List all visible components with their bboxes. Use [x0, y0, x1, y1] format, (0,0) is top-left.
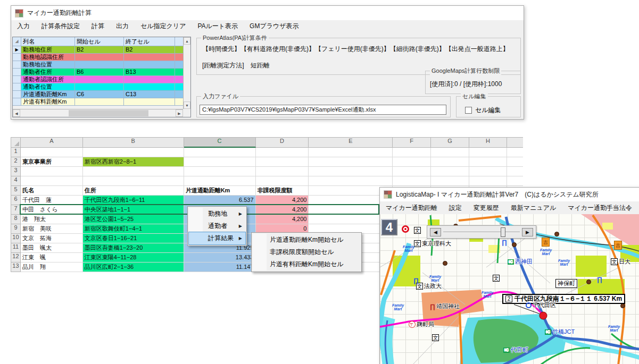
employee-name-cell[interactable]: 中田 さくら	[21, 205, 83, 215]
grid-horizontal-scrollbar[interactable]: ◀ ▶	[13, 109, 183, 117]
context-menu-item-workplace[interactable]: 勤務地 ▶	[189, 208, 245, 220]
submenu-item-distance-start-cell[interactable]: 片道通勤距離Km開始セル	[253, 234, 360, 246]
context-menu-item-results[interactable]: 計算結果 ▶	[189, 232, 245, 244]
grid-row-commuter-recognized[interactable]: 通勤者認識住所	[13, 76, 190, 83]
grid-cell-name[interactable]: 片道有料距離Km	[21, 98, 75, 106]
menu-clear-cells[interactable]: セル指定クリア	[135, 22, 192, 31]
grid-row-work-recognized[interactable]: 勤務地認識住所	[13, 54, 190, 61]
employee-address-cell[interactable]: 墨田区吾妻橋1−23−20	[83, 243, 184, 253]
header-limit-cell[interactable]: 非課税限度額	[256, 186, 309, 196]
grid-row-work-address[interactable]: ▶ 勤務地住所 B2 B2	[13, 46, 190, 54]
limit-cell[interactable]: 4,200	[256, 205, 309, 215]
slider-handle[interactable]	[501, 227, 505, 237]
row-header[interactable]: 4	[11, 176, 21, 186]
grid-cell-start[interactable]	[75, 98, 124, 106]
grid-cell-end[interactable]	[124, 54, 175, 61]
col-header-A[interactable]: A	[21, 138, 83, 148]
grid-cell-start[interactable]	[75, 76, 124, 83]
employee-name-cell[interactable]: 品川 翔	[21, 263, 83, 272]
row-header[interactable]: 11	[11, 243, 21, 253]
menu-gm-browser[interactable]: GMブラウザ表示	[244, 22, 304, 31]
select-all-corner[interactable]	[11, 138, 21, 148]
col-header-F[interactable]: F	[393, 138, 431, 148]
employee-address-cell[interactable]: 中央区築地1−1−1	[83, 205, 184, 215]
employee-name-cell[interactable]: 墨田 颯太	[21, 243, 83, 253]
employee-name-cell[interactable]: 千代田 蓮	[21, 196, 83, 205]
row-header[interactable]: 1	[11, 148, 21, 157]
slider-track[interactable]	[443, 232, 520, 233]
grid-cell-end[interactable]	[124, 76, 175, 83]
row-header[interactable]: 12	[11, 253, 21, 263]
map-menu-commute[interactable]: マイカー通勤距離	[380, 204, 443, 213]
employee-name-cell[interactable]: 新宿 美咲	[21, 224, 83, 234]
employee-address-cell[interactable]: 江東区東陽4−11−28	[83, 253, 184, 263]
distance-cell[interactable]: 11.147	[184, 263, 256, 272]
grid-cell-name[interactable]: 通勤者認識住所	[21, 76, 75, 83]
grid-col-name[interactable]: 列名	[21, 37, 75, 46]
row-header[interactable]: 5	[11, 186, 21, 196]
zoom-level-tile[interactable]: 4	[381, 219, 397, 235]
grid-row-work-position[interactable]: 勤務地位置	[13, 61, 190, 69]
col-header-C-selected[interactable]: C	[184, 138, 256, 148]
col-header-H[interactable]: H	[469, 138, 507, 148]
row-header[interactable]: 9	[11, 224, 21, 234]
office-address-cell[interactable]: 新宿区西新宿2−8−1	[83, 157, 184, 167]
menu-input[interactable]: 入力	[11, 22, 36, 31]
row-header[interactable]: 7	[11, 205, 21, 215]
grid-col-start[interactable]: 開始セル	[75, 37, 124, 46]
header-distance-cell[interactable]: 片道通勤距離Km	[184, 186, 256, 196]
grid-cell-name[interactable]: 片道通勤距離Km	[21, 91, 75, 98]
employee-name-cell[interactable]: 文京 拓海	[21, 234, 83, 243]
row-header[interactable]: 3	[11, 167, 21, 176]
row-header[interactable]: 2	[11, 157, 21, 167]
grid-cell-name[interactable]: 通勤者位置	[21, 83, 75, 91]
scroll-down-icon[interactable]: ▼	[184, 101, 190, 109]
employee-name-cell[interactable]: 港 翔太	[21, 215, 83, 224]
scroll-right-icon[interactable]: ▶	[176, 109, 183, 117]
col-header-G[interactable]: G	[431, 138, 469, 148]
grid-cell-end[interactable]: C13	[124, 91, 175, 98]
header-name-cell[interactable]: 氏名	[21, 186, 83, 196]
scrollbar-thumb[interactable]	[69, 110, 148, 116]
submenu-item-toll-start-cell[interactable]: 片道有料距離Km開始セル	[253, 258, 360, 270]
employee-address-cell[interactable]: 品川区広町2−1−36	[83, 263, 184, 272]
col-header-E[interactable]: E	[309, 138, 393, 148]
grid-cell-name[interactable]: 通勤者住所	[21, 69, 75, 76]
scroll-up-icon[interactable]: ▲	[184, 37, 190, 45]
map-menu-law[interactable]: マイカー通勤手当法令	[562, 204, 638, 213]
grid-row-toll-distance[interactable]: 片道有料距離Km	[13, 98, 190, 106]
grid-row-distance[interactable]: 片道通勤距離Km C6 C13	[13, 91, 190, 98]
menu-output[interactable]: 出力	[110, 22, 135, 31]
map-canvas[interactable]: 4 ◀ ▶ 文 東京理科大 文 法政大 文 日大 ∏ 靖国神社 〒 麹町局	[380, 214, 639, 364]
row-header[interactable]: 10	[11, 234, 21, 243]
slider-left-icon[interactable]: ◀	[430, 228, 441, 236]
header-address-cell[interactable]: 住所	[83, 186, 184, 196]
limit-cell[interactable]: 4,200	[256, 215, 309, 224]
col-header-B[interactable]: B	[83, 138, 184, 148]
grid-cell-end[interactable]: B2	[124, 46, 175, 54]
employee-address-cell[interactable]: 千代田区九段南1−6−11	[83, 196, 184, 205]
slider-right-icon[interactable]: ▶	[522, 228, 533, 236]
col-header-D[interactable]: D	[256, 138, 309, 148]
context-menu-item-commuter[interactable]: 通勤者 ▶	[189, 220, 245, 232]
employee-address-cell[interactable]: 港区芝公園1−5−25	[83, 215, 184, 224]
distance-cell[interactable]: 13.433	[184, 253, 256, 263]
grid-cell-name[interactable]: 勤務地認識住所	[21, 54, 75, 61]
submenu-item-limit-start-cell[interactable]: 非課税限度額開始セル	[253, 246, 360, 258]
menu-calc-settings[interactable]: 計算条件設定	[36, 22, 86, 31]
employee-address-cell[interactable]: 新宿区歌舞伎町1−4−1	[83, 224, 184, 234]
employee-address-cell[interactable]: 文京区春日1−16−21	[83, 234, 184, 243]
map-menu-manual[interactable]: 最新マニュアル	[505, 204, 562, 213]
map-menu-history[interactable]: 変更履歴	[468, 204, 505, 213]
input-file-path[interactable]: C:¥lgsMapP03V7¥CS2019¥lgsMapP03V7¥Sample…	[200, 105, 446, 115]
grid-cell-start[interactable]: B6	[75, 69, 124, 76]
map-zoom-slider[interactable]: ◀ ▶	[427, 225, 536, 239]
grid-cell-name[interactable]: 勤務地住所	[21, 46, 75, 54]
limit-cell[interactable]: 4,200	[256, 196, 309, 205]
grid-cell-end[interactable]	[124, 83, 175, 91]
employee-name-cell[interactable]: 江東 颯	[21, 253, 83, 263]
distance-cell[interactable]: 6.537	[184, 196, 256, 205]
grid-row-commuter-address[interactable]: 通勤者住所 B6 B13	[13, 69, 190, 76]
menu-pa-route[interactable]: PAルート表示	[192, 22, 244, 31]
cell-edit-checkbox[interactable]	[465, 107, 472, 114]
